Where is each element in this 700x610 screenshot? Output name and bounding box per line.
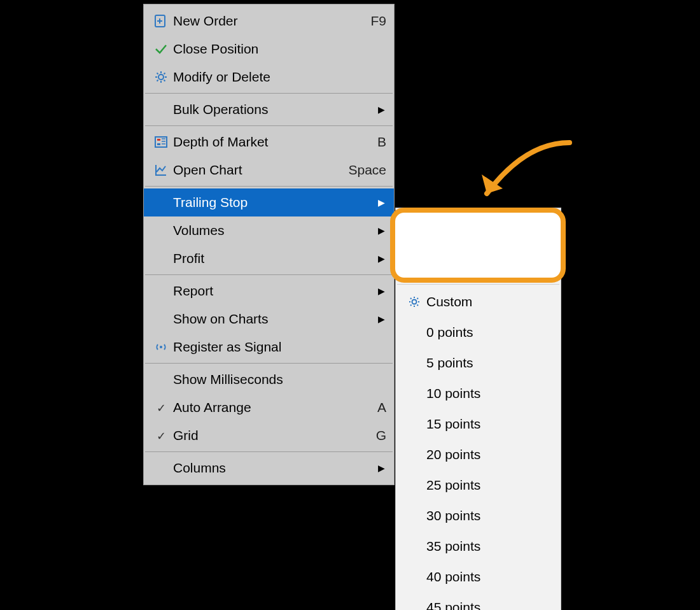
submenu-item-40-points[interactable]: 40 points <box>396 562 561 592</box>
submenu-item-30-points[interactable]: 30 points <box>396 500 561 531</box>
submenu-item-delete-all[interactable]: Delete All <box>396 216 561 246</box>
menu-item-register-as-signal[interactable]: Register as Signal <box>144 333 394 361</box>
menu-item-report[interactable]: Report ▶ <box>144 277 394 305</box>
svg-point-1 <box>158 74 164 80</box>
menu-item-trailing-stop[interactable]: Trailing Stop ▶ <box>144 188 394 216</box>
chart-icon <box>149 163 173 177</box>
submenu-item-0-points[interactable]: 0 points <box>396 317 561 348</box>
menu-separator <box>145 451 393 452</box>
submenu-item-15-points[interactable]: 15 points <box>396 409 561 439</box>
menu-separator <box>145 125 393 126</box>
open-chart-shortcut: Space <box>348 162 386 178</box>
columns-label: Columns <box>173 460 376 476</box>
close-position-label: Close Position <box>173 41 386 57</box>
annotation-arrow <box>468 136 582 213</box>
submenu-item-20-points[interactable]: 20 points <box>396 439 561 470</box>
svg-rect-6 <box>410 257 419 266</box>
submenu-arrow-icon: ▶ <box>376 314 386 324</box>
menu-item-columns[interactable]: Columns ▶ <box>144 454 394 482</box>
points-label: 25 points <box>426 478 553 493</box>
signal-icon <box>149 340 173 354</box>
points-label: 15 points <box>426 416 553 432</box>
menu-separator <box>397 284 559 285</box>
submenu-arrow-icon: ▶ <box>376 286 386 296</box>
submenu-item-35-points[interactable]: 35 points <box>396 531 561 562</box>
points-label: 35 points <box>426 539 553 554</box>
trailing-stop-label: Trailing Stop <box>173 195 376 210</box>
menu-item-profit[interactable]: Profit ▶ <box>144 245 394 273</box>
points-label: 30 points <box>426 508 553 523</box>
depth-of-market-label: Depth of Market <box>173 134 372 150</box>
volumes-label: Volumes <box>173 223 376 238</box>
points-label: 40 points <box>426 569 553 585</box>
menu-separator <box>145 186 393 187</box>
svg-rect-4 <box>157 143 160 145</box>
check-icon <box>149 42 173 56</box>
modify-delete-label: Modify or Delete <box>173 69 386 85</box>
profit-label: Profit <box>173 251 376 266</box>
grid-label: Grid <box>173 428 371 443</box>
submenu-arrow-icon: ▶ <box>376 104 386 115</box>
points-label: 20 points <box>426 447 553 462</box>
points-label: 5 points <box>426 355 553 371</box>
submenu-item-none[interactable]: None <box>398 246 559 277</box>
menu-item-open-chart[interactable]: Open Chart Space <box>144 156 394 184</box>
show-on-charts-label: Show on Charts <box>173 311 376 327</box>
report-label: Report <box>173 283 376 299</box>
show-milliseconds-label: Show Milliseconds <box>173 372 386 387</box>
bulk-operations-label: Bulk Operations <box>173 102 376 117</box>
submenu-item-5-points[interactable]: 5 points <box>396 348 561 378</box>
checked-icon <box>149 428 173 443</box>
new-order-label: New Order <box>173 13 365 29</box>
context-menu: New Order F9 Close Position Modify or De… <box>143 4 395 485</box>
menu-item-close-position[interactable]: Close Position <box>144 35 394 63</box>
submenu-item-custom[interactable]: Custom <box>396 287 561 317</box>
menu-separator <box>145 274 393 275</box>
menu-item-grid[interactable]: Grid G <box>144 422 394 450</box>
auto-arrange-label: Auto Arrange <box>173 400 372 415</box>
x-icon <box>402 225 426 238</box>
submenu-item-10-points[interactable]: 10 points <box>396 378 561 409</box>
register-as-signal-label: Register as Signal <box>173 339 386 355</box>
menu-item-bulk-operations[interactable]: Bulk Operations ▶ <box>144 96 394 124</box>
depth-of-market-shortcut: B <box>377 134 386 150</box>
svg-point-5 <box>160 346 162 348</box>
open-chart-label: Open Chart <box>173 162 343 178</box>
trailing-stop-submenu: Delete All None Custom 0 points 5 points <box>395 208 561 610</box>
menu-item-depth-of-market[interactable]: Depth of Market B <box>144 128 394 156</box>
submenu-item-25-points[interactable]: 25 points <box>396 470 561 500</box>
menu-item-show-milliseconds[interactable]: Show Milliseconds <box>144 365 394 394</box>
submenu-arrow-icon: ▶ <box>376 197 386 208</box>
menu-separator <box>145 363 393 364</box>
auto-arrange-shortcut: A <box>377 400 386 415</box>
menu-item-new-order[interactable]: New Order F9 <box>144 7 394 35</box>
new-order-shortcut: F9 <box>370 13 386 29</box>
submenu-arrow-icon: ▶ <box>376 463 386 473</box>
svg-point-7 <box>412 300 417 304</box>
new-order-icon <box>149 14 173 28</box>
menu-item-auto-arrange[interactable]: Auto Arrange A <box>144 394 394 422</box>
submenu-arrow-icon: ▶ <box>376 253 386 264</box>
points-label: 10 points <box>426 386 553 401</box>
points-label: 0 points <box>426 325 553 340</box>
depth-of-market-icon <box>149 135 173 149</box>
none-icon <box>403 255 427 268</box>
submenu-item-45-points[interactable]: 45 points <box>396 592 561 610</box>
menu-separator <box>145 93 393 94</box>
checked-icon <box>149 400 173 415</box>
delete-all-label: Delete All <box>426 223 553 239</box>
menu-item-show-on-charts[interactable]: Show on Charts ▶ <box>144 305 394 333</box>
menu-item-volumes[interactable]: Volumes ▶ <box>144 216 394 245</box>
menu-item-modify-delete[interactable]: Modify or Delete <box>144 63 394 91</box>
custom-label: Custom <box>426 294 553 309</box>
gear-icon <box>149 70 173 84</box>
grid-shortcut: G <box>376 428 386 443</box>
gear-icon <box>402 295 426 308</box>
submenu-arrow-icon: ▶ <box>376 225 386 236</box>
svg-rect-3 <box>157 139 160 141</box>
none-label: None <box>427 254 550 269</box>
points-label: 45 points <box>426 600 553 610</box>
